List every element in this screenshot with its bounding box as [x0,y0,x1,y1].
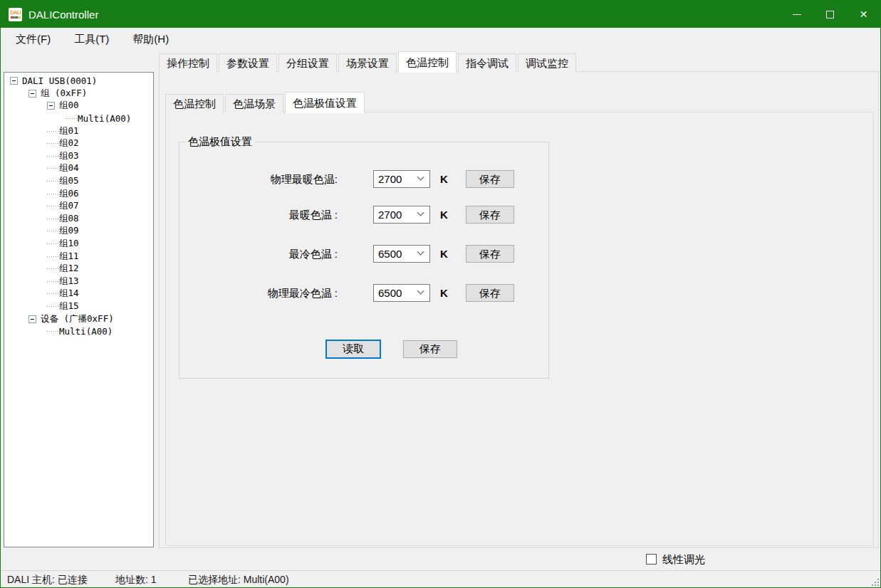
tree-leader [47,327,59,335]
tree-item-组08[interactable]: 组08 [4,213,153,226]
ct-unit-label: K [440,206,448,224]
combo-value: 2700 [374,209,418,221]
close-button[interactable]: ✕ [847,1,880,28]
menu-item-文件(F)[interactable]: 文件(F) [6,30,60,49]
minimize-button[interactable] [780,1,813,28]
ct-value-combobox[interactable]: 6500 [373,284,430,302]
tree-item-组07[interactable]: 组07 [4,200,153,213]
tree-item-设备 (广播0xFF)[interactable]: 设备 (广播0xFF) [4,313,153,325]
subtab-色温场景[interactable]: 色温场景 [225,94,283,112]
tree-item-组15[interactable]: 组15 [4,300,153,313]
ct-unit-label: K [440,245,448,263]
linear-dimming-label: 线性调光 [662,549,705,570]
tree-item-组14[interactable]: 组14 [4,288,153,300]
tree-item-Multi(A00)[interactable]: Multi(A00) [4,112,153,125]
tree-item-label: 组03 [59,150,79,162]
tab-参数设置[interactable]: 参数设置 [219,53,277,72]
ct-row-label: 最冷色温 : [179,245,338,263]
tab-色温控制[interactable]: 色温控制 [398,51,457,73]
tree-leader [47,190,59,198]
ct-row-label: 物理最冷色温 : [179,284,338,303]
row-save-button[interactable]: 保存 [466,284,514,302]
groupbox-title: 色温极值设置 [185,135,255,149]
tree-item-组02[interactable]: 组02 [4,137,153,150]
close-icon: ✕ [860,9,868,20]
minus-icon [12,80,16,81]
menu-item-帮助(H)[interactable]: 帮助(H) [123,30,178,49]
tree-item-组09[interactable]: 组09 [4,225,153,238]
tab-分组设置[interactable]: 分组设置 [278,53,337,72]
tree-item-组03[interactable]: 组03 [4,150,153,163]
sub-tab-strip: 色温控制色温场景色温极值设置 [165,92,366,112]
tree-item-组13[interactable]: 组13 [4,275,153,288]
tree-item-label: 组00 [59,100,79,112]
ct-row: 物理最暖色温:2700K保存 [179,170,548,189]
chevron-down-icon [417,174,424,181]
ct-value-combobox[interactable]: 2700 [373,170,430,188]
app-icon-bar [11,16,21,19]
expand-toggle[interactable] [28,315,36,323]
tab-操作控制[interactable]: 操作控制 [159,53,217,72]
minus-icon [49,105,53,106]
window-controls: ✕ [780,1,880,28]
device-tree[interactable]: DALI USB(0001)组 (0xFF)组00Multi(A00)组01组0… [4,72,154,547]
tree-item-label: 组12 [59,263,79,275]
maximize-button[interactable] [813,1,847,28]
app-icon-text: DALI [10,10,21,16]
tree-item-组04[interactable]: 组04 [4,162,153,175]
tree-item-组10[interactable]: 组10 [4,238,153,251]
tab-page-色温控制: 色温控制色温场景色温极值设置 色温极值设置 物理最暖色温:2700K保存最暖色温… [159,71,879,548]
row-save-button[interactable]: 保存 [466,170,514,188]
tree-item-组06[interactable]: 组06 [4,187,153,200]
tab-调试监控[interactable]: 调试监控 [518,53,576,72]
tree-item-label: 组09 [59,225,79,237]
expand-toggle[interactable] [28,90,36,98]
client-area: 操作控制参数设置分组设置场景设置色温控制指令调试调试监控 DALI USB(00… [1,51,881,570]
menu-item-工具(T)[interactable]: 工具(T) [65,30,118,49]
status-address-count: 地址数: 1 [115,571,157,588]
tree-item-label: 组 (0xFF) [41,88,87,100]
tree-item-组 (0xFF)[interactable]: 组 (0xFF) [4,88,153,100]
status-selected-address: 已选择地址: Multi(A00) [188,571,289,588]
tree-item-组11[interactable]: 组11 [4,250,153,263]
subtab-色温极值设置[interactable]: 色温极值设置 [285,92,365,113]
linear-dimming-checkbox[interactable] [646,554,657,565]
tree-item-label: 组05 [59,175,79,187]
tree-item-DALI USB(0001)[interactable]: DALI USB(0001) [4,75,153,88]
tree-item-组00[interactable]: 组00 [4,100,153,112]
app-window: DALI DALIController ✕ 文件(F)工具(T)帮助(H) 操作… [0,0,881,588]
expand-toggle[interactable] [10,77,18,85]
tree-item-label: 组02 [59,137,79,149]
chevron-down-icon [417,209,424,216]
main-tab-strip: 操作控制参数设置分组设置场景设置色温控制指令调试调试监控 [159,51,578,72]
tree-leader [47,253,59,261]
tree-item-组01[interactable]: 组01 [4,125,153,137]
row-save-button[interactable]: 保存 [466,206,514,224]
tree-item-label: 组06 [59,188,79,200]
tab-场景设置[interactable]: 场景设置 [338,53,397,72]
tree-item-label: 组11 [59,251,79,263]
window-title: DALIController [28,9,98,21]
tree-item-label: 组08 [59,213,79,225]
tree-item-Multi(A00)[interactable]: Multi(A00) [4,325,153,338]
ct-value-combobox[interactable]: 6500 [373,245,430,263]
ct-row: 最冷色温 :6500K保存 [179,245,548,263]
ct-row: 最暖色温 :2700K保存 [179,206,548,224]
read-button[interactable]: 读取 [325,340,381,359]
menu-bar: 文件(F)工具(T)帮助(H) [1,28,881,51]
expand-toggle[interactable] [47,102,55,110]
row-save-button[interactable]: 保存 [466,245,514,263]
option-strip: 线性调光 [1,549,881,570]
tree-leader [47,265,59,273]
app-icon: DALI [9,8,22,21]
ct-value-combobox[interactable]: 2700 [373,206,430,224]
subtab-色温控制[interactable]: 色温控制 [165,94,224,112]
tree-item-组12[interactable]: 组12 [4,263,153,275]
title-bar: DALI DALIController ✕ [1,1,880,28]
save-all-button[interactable]: 保存 [403,340,457,358]
resize-grip[interactable] [872,579,879,586]
combo-value: 6500 [374,248,418,260]
tree-leader [47,177,59,185]
tab-指令调试[interactable]: 指令调试 [458,53,516,72]
tree-item-组05[interactable]: 组05 [4,175,153,188]
